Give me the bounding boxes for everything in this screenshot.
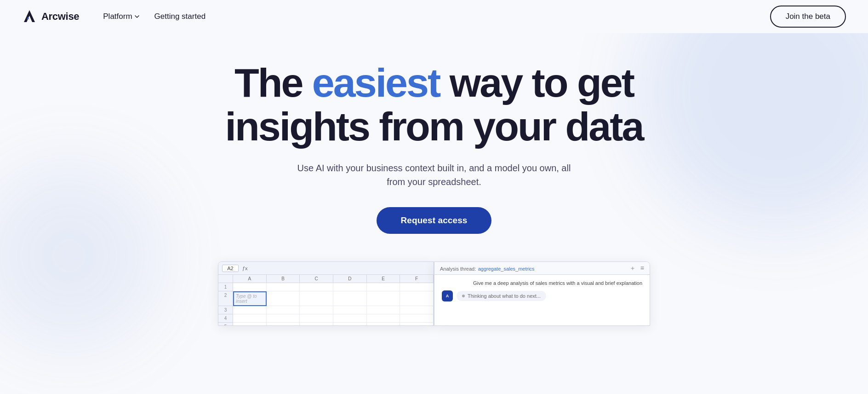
- analysis-thread-info: Analysis thread: aggregate_sales_metrics: [440, 264, 535, 272]
- col-header-d: D: [333, 275, 367, 283]
- cell-c1[interactable]: [300, 283, 333, 291]
- navbar: Arcwise Platform Getting started Join th…: [0, 0, 868, 33]
- row-num-5: 5: [218, 323, 233, 326]
- request-access-button[interactable]: Request access: [377, 207, 491, 234]
- menu-icon[interactable]: ≡: [640, 264, 644, 272]
- analysis-header: Analysis thread: aggregate_sales_metrics…: [434, 262, 650, 275]
- cell-e2[interactable]: [367, 291, 400, 306]
- nav-left: Arcwise Platform Getting started: [22, 8, 211, 25]
- ai-response: A Thinking about what to do next...: [442, 290, 642, 301]
- cell-b2[interactable]: [267, 291, 300, 306]
- col-header-c: C: [300, 275, 333, 283]
- col-header-b: B: [267, 275, 300, 283]
- cell-d5[interactable]: [333, 323, 367, 326]
- ai-thinking-bubble: Thinking about what to do next...: [457, 291, 546, 301]
- col-header-a: A: [233, 275, 267, 283]
- grid-corner: [218, 275, 233, 283]
- analysis-body: Give me a deep analysis of sales metrics…: [434, 275, 650, 307]
- analysis-thread-label: Analysis thread:: [440, 266, 476, 272]
- cell-d1[interactable]: [333, 283, 367, 291]
- cell-d3[interactable]: [333, 306, 367, 314]
- getting-started-nav-link[interactable]: Getting started: [149, 8, 211, 25]
- chevron-down-icon: [134, 14, 140, 19]
- hero-subtext: Use AI with your business context built …: [296, 161, 572, 189]
- cell-f5[interactable]: [400, 323, 434, 326]
- ai-avatar-letter: A: [446, 294, 449, 298]
- cell-b1[interactable]: [267, 283, 300, 291]
- ai-avatar: A: [442, 290, 453, 301]
- hero-headline: The easiest way to getinsights from your…: [225, 61, 643, 148]
- cell-e4[interactable]: [367, 314, 400, 323]
- arcwise-logo-icon: [22, 9, 37, 24]
- row-num-4: 4: [218, 314, 233, 323]
- col-header-e: E: [367, 275, 400, 283]
- cell-f1[interactable]: [400, 283, 434, 291]
- platform-label: Platform: [103, 12, 132, 21]
- analysis-panel: Analysis thread: aggregate_sales_metrics…: [434, 261, 650, 326]
- row-num-1: 1: [218, 283, 233, 291]
- platform-nav-link[interactable]: Platform: [97, 8, 145, 25]
- cell-e1[interactable]: [367, 283, 400, 291]
- analysis-thread-name: aggregate_sales_metrics: [478, 266, 535, 272]
- headline-highlight: easiest: [312, 60, 440, 105]
- cell-a4[interactable]: [233, 314, 267, 323]
- nav-links: Platform Getting started: [97, 8, 211, 25]
- spreadsheet-preview: A2 ƒx A B C D E F 1 2 Type @ to insert: [218, 261, 434, 326]
- cell-reference: A2: [222, 265, 239, 272]
- cell-e5[interactable]: [367, 323, 400, 326]
- spreadsheet-toolbar: A2 ƒx: [218, 262, 434, 275]
- preview-container: A2 ƒx A B C D E F 1 2 Type @ to insert: [0, 261, 868, 326]
- plus-icon[interactable]: ＋: [629, 264, 636, 272]
- cell-d2[interactable]: [333, 291, 367, 306]
- cell-a1[interactable]: [233, 283, 267, 291]
- cell-c3[interactable]: [300, 306, 333, 314]
- row-num-3: 3: [218, 306, 233, 314]
- getting-started-label: Getting started: [154, 12, 206, 21]
- cell-b4[interactable]: [267, 314, 300, 323]
- formula-icon: ƒx: [242, 266, 248, 271]
- cell-c2[interactable]: [300, 291, 333, 306]
- cell-b5[interactable]: [267, 323, 300, 326]
- thinking-dot: [462, 295, 465, 297]
- spreadsheet-grid: A B C D E F 1 2 Type @ to insert 3: [218, 275, 434, 326]
- cell-f4[interactable]: [400, 314, 434, 323]
- headline-part1: The: [234, 60, 312, 105]
- cell-a5[interactable]: [233, 323, 267, 326]
- cell-e3[interactable]: [367, 306, 400, 314]
- join-beta-button[interactable]: Join the beta: [770, 6, 846, 28]
- cell-b3[interactable]: [267, 306, 300, 314]
- logo-text: Arcwise: [41, 11, 79, 23]
- hero-section: The easiest way to getinsights from your…: [0, 33, 868, 234]
- user-message: Give me a deep analysis of sales metrics…: [442, 280, 642, 286]
- logo-link[interactable]: Arcwise: [22, 9, 79, 24]
- row-num-2: 2: [218, 291, 233, 306]
- cell-a2[interactable]: Type @ to insert: [233, 291, 267, 306]
- cell-c4[interactable]: [300, 314, 333, 323]
- thinking-text: Thinking about what to do next...: [468, 293, 541, 299]
- analysis-header-icons: ＋ ≡: [629, 264, 644, 272]
- cell-d4[interactable]: [333, 314, 367, 323]
- cell-a3[interactable]: [233, 306, 267, 314]
- cell-f2[interactable]: [400, 291, 434, 306]
- formula-bar: ƒx: [242, 266, 248, 271]
- cell-c5[interactable]: [300, 323, 333, 326]
- col-header-f: F: [400, 275, 434, 283]
- cell-f3[interactable]: [400, 306, 434, 314]
